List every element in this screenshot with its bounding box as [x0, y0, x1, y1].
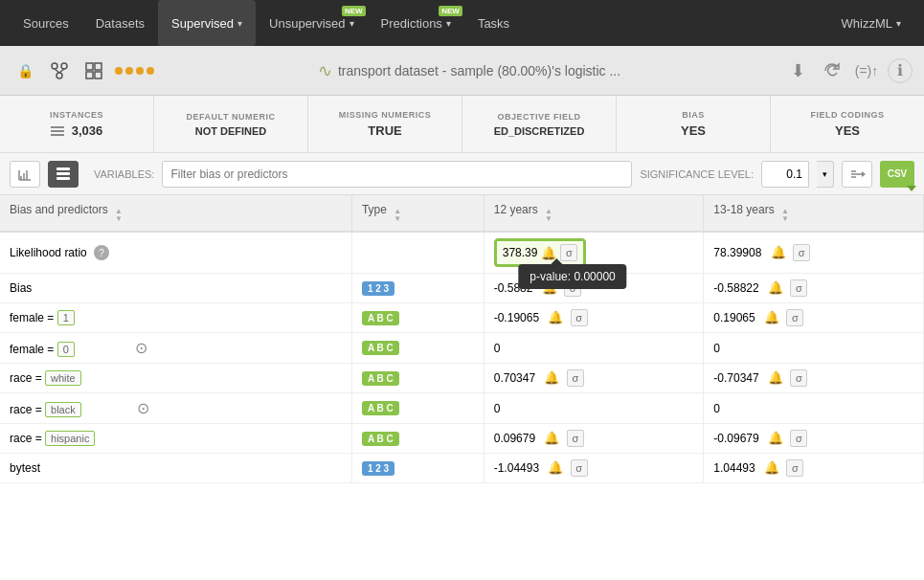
svg-point-2: [56, 73, 62, 78]
dot-3: [136, 67, 144, 75]
nav-unsupervised[interactable]: NEW Unsupervised ▾: [256, 0, 368, 46]
unsupervised-dropdown-arrow: ▾: [349, 18, 354, 29]
value-raceblack-1318: 0: [704, 393, 924, 424]
value-bytest-12: -1.04493 🔔 σ: [484, 454, 704, 483]
sigma-racehisp-1318[interactable]: σ: [790, 430, 807, 447]
type-badge-race-white: A B C: [362, 371, 399, 386]
type-race-hispanic: A B C: [351, 424, 484, 454]
filter-input[interactable]: [162, 161, 632, 188]
sigma-bias-1318[interactable]: σ: [790, 279, 807, 297]
svg-rect-8: [95, 72, 101, 78]
table-view-button[interactable]: [48, 161, 79, 188]
sigma-racehisp-12[interactable]: σ: [567, 430, 584, 447]
value-female1-12: -0.19065 🔔 σ: [484, 303, 704, 333]
nav-datasets[interactable]: Datasets: [82, 0, 158, 46]
type-race-white: A B C: [351, 364, 484, 393]
table-row-race-hispanic: race = hispanic A B C 0.09679 🔔 σ -0.096…: [0, 424, 924, 454]
svg-rect-14: [56, 167, 70, 170]
download-icon[interactable]: ⬇: [784, 57, 811, 84]
dot-2: [125, 67, 133, 75]
refresh-icon[interactable]: [819, 57, 845, 84]
sigma-female1-1318[interactable]: σ: [786, 309, 803, 326]
svg-line-4: [59, 69, 64, 73]
value-racehisp-12: 0.09679 🔔 σ: [484, 424, 704, 454]
svg-point-1: [61, 63, 67, 69]
value-female1-1318: 0.19065 🔔 σ: [704, 303, 924, 333]
predictor-name-race-hispanic: race = hispanic: [0, 424, 351, 454]
header-1318years[interactable]: 13-18 years ▲▼: [704, 195, 924, 232]
missing-numerics-card: MISSING NUMERICS TRUE: [308, 96, 462, 152]
bell-racewhite-12[interactable]: 🔔: [544, 370, 559, 385]
sigma-female1-12[interactable]: σ: [571, 309, 588, 326]
significance-label: SIGNIFICANCE LEVEL:: [640, 168, 754, 180]
stop-icon-race-black: ⊙: [137, 399, 149, 417]
sigma-racewhite-1318[interactable]: σ: [790, 369, 807, 387]
whizzml-menu[interactable]: WhizzML ▾: [828, 0, 914, 46]
bell-female1-1318[interactable]: 🔔: [764, 310, 779, 324]
bell-icon-likelihood-1318[interactable]: 🔔: [771, 245, 786, 259]
unsupervised-new-badge: NEW: [342, 6, 366, 16]
instances-card: INSTANCES 3,036: [0, 96, 154, 152]
bell-bias-1318[interactable]: 🔔: [768, 280, 783, 295]
predictors-table-container: Bias and predictors ▲▼ Type ▲▼ 12 years …: [0, 195, 924, 580]
chart-view-button[interactable]: [10, 161, 40, 188]
bell-bytest-12[interactable]: 🔔: [548, 460, 563, 475]
svg-rect-6: [95, 63, 101, 70]
header-12years[interactable]: 12 years ▲▼: [484, 195, 704, 232]
instances-list-icon: [51, 126, 64, 136]
type-badge-bytest: 1 2 3: [362, 461, 394, 476]
type-badge-bias: 1 2 3: [362, 281, 394, 296]
table-row-likelihood: Likelihood ratio ? 378.39 🔔 σ p-value: 0…: [0, 232, 924, 274]
header-type[interactable]: Type ▲▼: [351, 195, 484, 232]
bell-female1-12[interactable]: 🔔: [548, 310, 563, 324]
sort-arrows-12years: ▲▼: [545, 208, 552, 223]
sigma-btn-likelihood-12[interactable]: σ: [560, 244, 577, 261]
type-badge-race-black: A B C: [362, 401, 399, 415]
transform-icon[interactable]: (=)↑: [853, 57, 880, 84]
value-female0-12: 0: [484, 333, 704, 364]
summary-cards: INSTANCES 3,036 DEFAULT NUMERIC NOT DEFI…: [0, 96, 924, 153]
significance-dropdown-arrow[interactable]: ▾: [817, 161, 834, 188]
table-row-bias: Bias 1 2 3 -0.5882 🔔 σ -0.58822 🔔 σ: [0, 274, 924, 303]
branch-icon[interactable]: [46, 57, 73, 84]
value-bias-1318: -0.58822 🔔 σ: [704, 274, 924, 303]
model-title: ∿ transport dataset - sample (80.00%)'s …: [162, 60, 777, 81]
significance-input[interactable]: [761, 161, 809, 188]
top-navigation: Sources Datasets Supervised ▾ NEW Unsupe…: [0, 0, 924, 46]
sigma-bytest-12[interactable]: σ: [571, 459, 588, 477]
svg-point-0: [52, 63, 57, 69]
stop-icon-female0: ⊙: [135, 339, 147, 357]
sigma-btn-likelihood-1318[interactable]: σ: [793, 244, 810, 261]
filter-toolbar: VARIABLES: SIGNIFICANCE LEVEL: ▾ CSV: [0, 153, 924, 195]
sigma-racewhite-12[interactable]: σ: [567, 369, 584, 387]
value-likelihood-12years: 378.39 🔔 σ p-value: 0.00000: [484, 232, 704, 274]
value-racehisp-1318: -0.09679 🔔 σ: [704, 424, 924, 454]
scale-button[interactable]: [842, 161, 872, 188]
info-icon[interactable]: ℹ: [888, 58, 913, 83]
grid-icon[interactable]: [80, 57, 107, 84]
bell-racewhite-1318[interactable]: 🔔: [768, 370, 783, 385]
type-likelihood: [351, 232, 484, 274]
nav-supervised[interactable]: Supervised ▾: [158, 0, 256, 46]
nav-predictions[interactable]: NEW Predictions ▾: [368, 0, 464, 46]
nav-sources[interactable]: Sources: [10, 0, 82, 46]
likelihood-help-icon[interactable]: ?: [94, 245, 109, 260]
sort-arrows-1318years: ▲▼: [781, 208, 789, 223]
bell-bytest-1318[interactable]: 🔔: [764, 460, 779, 475]
csv-dropdown-indicator: [907, 186, 916, 191]
lock-icon: 🔒: [11, 57, 38, 84]
sort-arrows-predictor: ▲▼: [115, 208, 123, 223]
sigma-bytest-1318[interactable]: σ: [786, 459, 803, 477]
toolbar: 🔒 ∿ transport dataset - sample (80.00%)'…: [0, 46, 924, 96]
bell-racehisp-12[interactable]: 🔔: [544, 431, 559, 445]
predictor-name-female0: female = 0 ⊙: [0, 333, 351, 364]
bell-racehisp-1318[interactable]: 🔔: [768, 431, 783, 445]
svg-marker-20: [862, 171, 866, 177]
type-bias: 1 2 3: [351, 274, 484, 303]
dot-4: [146, 67, 154, 75]
nav-tasks[interactable]: Tasks: [464, 0, 523, 46]
csv-export-button[interactable]: CSV: [880, 161, 914, 188]
predictor-name-bias: Bias: [0, 274, 351, 303]
table-row-female1: female = 1 A B C -0.19065 🔔 σ 0.19065 🔔 …: [0, 303, 924, 333]
header-predictor[interactable]: Bias and predictors ▲▼: [0, 195, 351, 232]
